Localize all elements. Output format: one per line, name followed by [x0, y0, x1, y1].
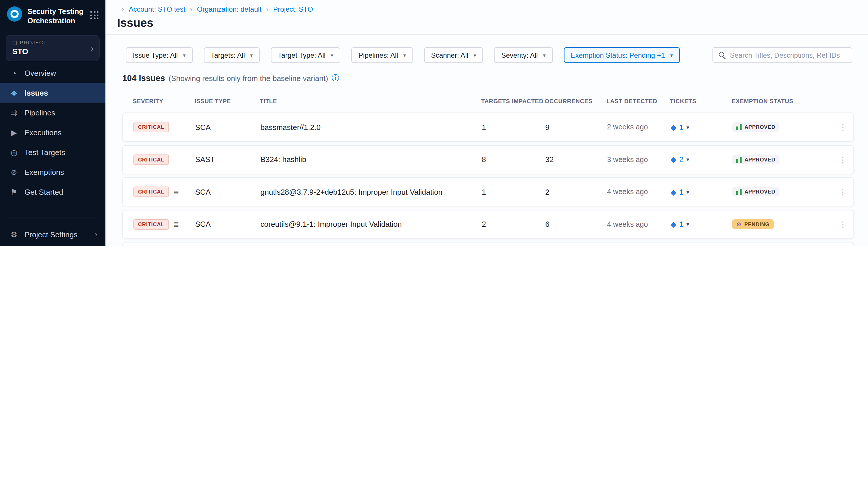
issue-type: SAST	[195, 155, 260, 164]
targets-impacted: 1	[482, 188, 545, 196]
chevron-down-icon: ▾	[183, 52, 186, 58]
sidebar-divider	[8, 217, 97, 217]
caret-down-icon[interactable]: ▾	[686, 221, 689, 227]
column-header: SEVERITY	[133, 98, 194, 104]
executions-icon[interactable]: ▶ Executions	[0, 122, 105, 142]
issues-icon[interactable]: ◈ Issues	[0, 83, 105, 103]
issue-count: 104 Issues	[122, 73, 165, 83]
ticket-link[interactable]: ◆ 1 ▾	[670, 220, 689, 228]
exemption-status-badge: ⊘ PENDING	[732, 219, 773, 229]
filter-pill[interactable]: Targets: All ▾	[204, 47, 260, 63]
filter-pill[interactable]: Issue Type: All ▾	[126, 47, 192, 63]
table-header: SEVERITYISSUE TYPETITLETARGETS IMPACTEDO…	[122, 98, 854, 104]
approved-icon	[736, 189, 742, 195]
sidebar-nav: ◔ Overview ◈ Issues ⇉ Pipelines ▶ Execut…	[0, 63, 105, 202]
severity-badge: CRITICAL	[133, 122, 169, 132]
column-header: TARGETS IMPACTED	[481, 98, 545, 104]
baseline-note: (Showing results only from the baseline …	[169, 74, 328, 82]
exemption-status-badge: APPROVED	[732, 122, 780, 132]
project-selector[interactable]: ▢ PROJECT STO ›	[6, 35, 100, 61]
row-menu-button[interactable]: ⋮	[833, 122, 853, 132]
targets-impacted: 1	[482, 123, 545, 131]
column-header: EXEMPTION STATUS	[732, 98, 833, 104]
info-icon[interactable]: ⓘ	[332, 73, 339, 83]
caret-down-icon[interactable]: ▾	[686, 156, 689, 163]
row-menu-button[interactable]: ⋮	[833, 220, 853, 229]
issue-title: coreutils@9.1-1: Improper Input Validati…	[260, 220, 482, 228]
gear-icon: ⚙	[9, 230, 19, 239]
search-input[interactable]	[730, 51, 846, 59]
table-row[interactable]: CRITICAL SCA bassmaster//1.2.0 1 9 2 wee…	[122, 113, 854, 142]
sidebar-item-project-settings[interactable]: ⚙ Project Settings ›	[0, 224, 105, 244]
filter-pill[interactable]: Pipelines: All ▾	[351, 47, 413, 63]
filter-pill[interactable]: Scanner: All ▾	[424, 47, 483, 63]
overview-icon[interactable]: ◔ Overview	[0, 63, 105, 83]
table-row[interactable]: CRITICAL ≣ SCA coreutils@9.1-1: Improper…	[122, 210, 854, 239]
breadcrumb: Account: STO testOrganization: defaultPr…	[117, 5, 856, 14]
module-grid-icon[interactable]	[90, 11, 99, 19]
results-summary: 104 Issues (Showing results only from th…	[105, 73, 868, 83]
table-row[interactable]: CRITICAL SAST B324: hashlib 8 32 3 weeks…	[122, 145, 854, 174]
ticket-link[interactable]: ◆ 2 ▾	[670, 155, 689, 164]
breadcrumb-link[interactable]: Project: STO	[262, 5, 313, 14]
chevron-down-icon: ▾	[474, 52, 476, 58]
caret-down-icon[interactable]: ▾	[686, 124, 689, 130]
filter-pill[interactable]: Target Type: All ▾	[271, 47, 341, 63]
issues-table: SEVERITYISSUE TYPETITLETARGETS IMPACTEDO…	[122, 98, 854, 246]
app-logo	[7, 6, 22, 22]
test-targets-icon[interactable]: ◎ Test Targets	[0, 142, 105, 162]
table-body: CRITICAL SCA bassmaster//1.2.0 1 9 2 wee…	[122, 113, 854, 246]
page-title: Issues	[117, 16, 856, 30]
ticket-link[interactable]: ◆ 1 ▾	[670, 123, 689, 131]
exemption-status-badge: APPROVED	[732, 187, 780, 196]
pipelines-icon[interactable]: ⇉ Pipelines	[0, 103, 105, 122]
get-started-icon[interactable]: ⚑ Get Started	[0, 182, 105, 202]
issue-title: bassmaster//1.2.0	[260, 123, 482, 131]
exemptions-icon[interactable]: ⊘ Exemptions	[0, 162, 105, 182]
approved-icon	[736, 124, 742, 130]
ticket-count: 1	[679, 123, 683, 131]
column-header: TICKETS	[670, 98, 732, 104]
issue-type: SCA	[195, 123, 260, 131]
filter-pill[interactable]: Severity: All ▾	[494, 47, 553, 63]
severity-badge: CRITICAL	[133, 219, 169, 229]
ticket-count: 2	[679, 155, 683, 164]
table-row[interactable]: CRITICAL ≣ SCA gnutls28@3.7.9-2+deb12u5:…	[122, 177, 854, 206]
occurrences: 32	[545, 155, 607, 164]
occurrences: 2	[545, 188, 607, 196]
chevron-down-icon: ▾	[670, 52, 673, 58]
table-row[interactable]: CRITICAL SCA zlib@1:1.2.13.dfsg-1: Integ…	[122, 242, 854, 246]
search-icon	[718, 51, 726, 59]
caret-down-icon[interactable]: ▾	[686, 189, 689, 195]
app-window: Security Testing Orchestration ▢ PROJECT…	[0, 0, 868, 246]
ticket-icon: ◆	[670, 220, 676, 228]
filter-pill[interactable]: Exemption Status: Pending +1 ▾	[563, 47, 680, 63]
row-menu-button[interactable]: ⋮	[833, 187, 853, 196]
breadcrumb-link[interactable]: Account: STO test	[117, 5, 185, 14]
ticket-icon: ◆	[670, 188, 676, 196]
ticket-count: 1	[679, 188, 683, 196]
occurrences: 6	[545, 220, 607, 228]
search-box	[712, 47, 852, 63]
breadcrumb-link[interactable]: Organization: default	[185, 5, 262, 14]
occurrences: 9	[545, 123, 607, 131]
image-layers-icon: ≣	[173, 220, 179, 228]
last-detected: 4 weeks ago	[607, 220, 670, 228]
column-header: OCCURRENCES	[545, 98, 606, 104]
pending-icon: ⊘	[736, 221, 741, 227]
issue-type: SCA	[195, 220, 260, 228]
issue-title: B324: hashlib	[260, 155, 482, 164]
image-layers-icon: ≣	[173, 188, 179, 196]
ticket-count: 1	[679, 220, 683, 228]
last-detected: 3 weeks ago	[607, 155, 670, 164]
page-header: Account: STO testOrganization: defaultPr…	[105, 0, 868, 35]
severity-badge: CRITICAL	[133, 187, 169, 197]
severity-badge: CRITICAL	[133, 154, 169, 165]
last-detected: 4 weeks ago	[607, 188, 670, 196]
chevron-down-icon: ▾	[331, 52, 334, 58]
row-menu-button[interactable]: ⋮	[833, 155, 853, 164]
issue-type: SCA	[195, 188, 260, 196]
column-header: ISSUE TYPE	[194, 98, 260, 104]
ticket-link[interactable]: ◆ 1 ▾	[670, 188, 689, 196]
cube-icon: ▢	[12, 40, 18, 46]
